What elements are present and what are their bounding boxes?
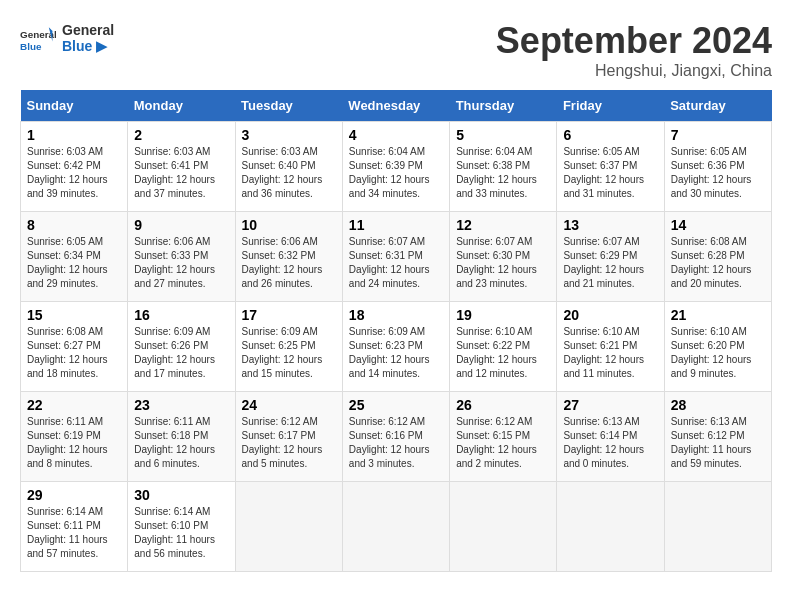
day-number: 20 — [563, 307, 657, 323]
day-number: 19 — [456, 307, 550, 323]
day-info: Sunrise: 6:13 AM Sunset: 6:12 PM Dayligh… — [671, 415, 765, 471]
day-number: 11 — [349, 217, 443, 233]
day-number: 23 — [134, 397, 228, 413]
calendar-day-13: 13 Sunrise: 6:07 AM Sunset: 6:29 PM Dayl… — [557, 212, 664, 302]
weekday-header-row: Sunday Monday Tuesday Wednesday Thursday… — [21, 90, 772, 122]
calendar-day-19: 19 Sunrise: 6:10 AM Sunset: 6:22 PM Dayl… — [450, 302, 557, 392]
empty-cell — [557, 482, 664, 572]
calendar-week-3: 15 Sunrise: 6:08 AM Sunset: 6:27 PM Dayl… — [21, 302, 772, 392]
calendar-day-28: 28 Sunrise: 6:13 AM Sunset: 6:12 PM Dayl… — [664, 392, 771, 482]
calendar-day-23: 23 Sunrise: 6:11 AM Sunset: 6:18 PM Dayl… — [128, 392, 235, 482]
logo: General Blue General Blue ▶ — [20, 20, 114, 56]
day-info: Sunrise: 6:08 AM Sunset: 6:28 PM Dayligh… — [671, 235, 765, 291]
day-info: Sunrise: 6:06 AM Sunset: 6:33 PM Dayligh… — [134, 235, 228, 291]
day-number: 18 — [349, 307, 443, 323]
day-number: 27 — [563, 397, 657, 413]
day-info: Sunrise: 6:08 AM Sunset: 6:27 PM Dayligh… — [27, 325, 121, 381]
header-monday: Monday — [128, 90, 235, 122]
header-friday: Friday — [557, 90, 664, 122]
day-number: 24 — [242, 397, 336, 413]
page-header: General Blue General Blue ▶ September 20… — [20, 20, 772, 80]
day-number: 15 — [27, 307, 121, 323]
day-number: 29 — [27, 487, 121, 503]
calendar-body: 1 Sunrise: 6:03 AM Sunset: 6:42 PM Dayli… — [21, 122, 772, 572]
calendar-day-2: 2 Sunrise: 6:03 AM Sunset: 6:41 PM Dayli… — [128, 122, 235, 212]
day-number: 7 — [671, 127, 765, 143]
calendar-week-4: 22 Sunrise: 6:11 AM Sunset: 6:19 PM Dayl… — [21, 392, 772, 482]
day-number: 3 — [242, 127, 336, 143]
calendar-day-7: 7 Sunrise: 6:05 AM Sunset: 6:36 PM Dayli… — [664, 122, 771, 212]
month-title: September 2024 — [496, 20, 772, 62]
calendar-day-5: 5 Sunrise: 6:04 AM Sunset: 6:38 PM Dayli… — [450, 122, 557, 212]
day-info: Sunrise: 6:05 AM Sunset: 6:34 PM Dayligh… — [27, 235, 121, 291]
day-info: Sunrise: 6:04 AM Sunset: 6:39 PM Dayligh… — [349, 145, 443, 201]
day-number: 2 — [134, 127, 228, 143]
day-info: Sunrise: 6:09 AM Sunset: 6:26 PM Dayligh… — [134, 325, 228, 381]
calendar-day-22: 22 Sunrise: 6:11 AM Sunset: 6:19 PM Dayl… — [21, 392, 128, 482]
day-info: Sunrise: 6:07 AM Sunset: 6:30 PM Dayligh… — [456, 235, 550, 291]
day-info: Sunrise: 6:04 AM Sunset: 6:38 PM Dayligh… — [456, 145, 550, 201]
day-number: 8 — [27, 217, 121, 233]
day-number: 21 — [671, 307, 765, 323]
day-info: Sunrise: 6:14 AM Sunset: 6:11 PM Dayligh… — [27, 505, 121, 561]
day-number: 9 — [134, 217, 228, 233]
day-number: 14 — [671, 217, 765, 233]
day-info: Sunrise: 6:12 AM Sunset: 6:15 PM Dayligh… — [456, 415, 550, 471]
calendar-day-24: 24 Sunrise: 6:12 AM Sunset: 6:17 PM Dayl… — [235, 392, 342, 482]
day-number: 22 — [27, 397, 121, 413]
day-number: 12 — [456, 217, 550, 233]
logo-general: General — [62, 22, 114, 38]
calendar-day-17: 17 Sunrise: 6:09 AM Sunset: 6:25 PM Dayl… — [235, 302, 342, 392]
title-section: September 2024 Hengshui, Jiangxi, China — [496, 20, 772, 80]
day-info: Sunrise: 6:05 AM Sunset: 6:37 PM Dayligh… — [563, 145, 657, 201]
calendar-table: Sunday Monday Tuesday Wednesday Thursday… — [20, 90, 772, 572]
day-number: 26 — [456, 397, 550, 413]
day-number: 28 — [671, 397, 765, 413]
calendar-day-15: 15 Sunrise: 6:08 AM Sunset: 6:27 PM Dayl… — [21, 302, 128, 392]
calendar-day-14: 14 Sunrise: 6:08 AM Sunset: 6:28 PM Dayl… — [664, 212, 771, 302]
calendar-day-8: 8 Sunrise: 6:05 AM Sunset: 6:34 PM Dayli… — [21, 212, 128, 302]
header-sunday: Sunday — [21, 90, 128, 122]
day-number: 13 — [563, 217, 657, 233]
svg-text:Blue: Blue — [20, 41, 42, 52]
day-info: Sunrise: 6:03 AM Sunset: 6:41 PM Dayligh… — [134, 145, 228, 201]
calendar-day-21: 21 Sunrise: 6:10 AM Sunset: 6:20 PM Dayl… — [664, 302, 771, 392]
header-saturday: Saturday — [664, 90, 771, 122]
day-info: Sunrise: 6:03 AM Sunset: 6:42 PM Dayligh… — [27, 145, 121, 201]
day-number: 25 — [349, 397, 443, 413]
calendar-week-2: 8 Sunrise: 6:05 AM Sunset: 6:34 PM Dayli… — [21, 212, 772, 302]
logo-icon: General Blue — [20, 20, 56, 56]
day-info: Sunrise: 6:10 AM Sunset: 6:21 PM Dayligh… — [563, 325, 657, 381]
day-info: Sunrise: 6:10 AM Sunset: 6:22 PM Dayligh… — [456, 325, 550, 381]
day-info: Sunrise: 6:12 AM Sunset: 6:17 PM Dayligh… — [242, 415, 336, 471]
day-number: 5 — [456, 127, 550, 143]
day-info: Sunrise: 6:11 AM Sunset: 6:18 PM Dayligh… — [134, 415, 228, 471]
day-number: 30 — [134, 487, 228, 503]
calendar-day-9: 9 Sunrise: 6:06 AM Sunset: 6:33 PM Dayli… — [128, 212, 235, 302]
empty-cell — [342, 482, 449, 572]
day-number: 4 — [349, 127, 443, 143]
calendar-week-1: 1 Sunrise: 6:03 AM Sunset: 6:42 PM Dayli… — [21, 122, 772, 212]
day-info: Sunrise: 6:05 AM Sunset: 6:36 PM Dayligh… — [671, 145, 765, 201]
day-info: Sunrise: 6:11 AM Sunset: 6:19 PM Dayligh… — [27, 415, 121, 471]
calendar-week-5: 29 Sunrise: 6:14 AM Sunset: 6:11 PM Dayl… — [21, 482, 772, 572]
day-info: Sunrise: 6:09 AM Sunset: 6:25 PM Dayligh… — [242, 325, 336, 381]
calendar-day-18: 18 Sunrise: 6:09 AM Sunset: 6:23 PM Dayl… — [342, 302, 449, 392]
calendar-day-16: 16 Sunrise: 6:09 AM Sunset: 6:26 PM Dayl… — [128, 302, 235, 392]
calendar-day-3: 3 Sunrise: 6:03 AM Sunset: 6:40 PM Dayli… — [235, 122, 342, 212]
calendar-day-12: 12 Sunrise: 6:07 AM Sunset: 6:30 PM Dayl… — [450, 212, 557, 302]
day-info: Sunrise: 6:09 AM Sunset: 6:23 PM Dayligh… — [349, 325, 443, 381]
day-number: 17 — [242, 307, 336, 323]
calendar-day-11: 11 Sunrise: 6:07 AM Sunset: 6:31 PM Dayl… — [342, 212, 449, 302]
header-thursday: Thursday — [450, 90, 557, 122]
day-number: 10 — [242, 217, 336, 233]
day-info: Sunrise: 6:10 AM Sunset: 6:20 PM Dayligh… — [671, 325, 765, 381]
empty-cell — [450, 482, 557, 572]
calendar-day-26: 26 Sunrise: 6:12 AM Sunset: 6:15 PM Dayl… — [450, 392, 557, 482]
empty-cell — [235, 482, 342, 572]
calendar-day-6: 6 Sunrise: 6:05 AM Sunset: 6:37 PM Dayli… — [557, 122, 664, 212]
day-info: Sunrise: 6:13 AM Sunset: 6:14 PM Dayligh… — [563, 415, 657, 471]
location: Hengshui, Jiangxi, China — [496, 62, 772, 80]
day-info: Sunrise: 6:14 AM Sunset: 6:10 PM Dayligh… — [134, 505, 228, 561]
calendar-day-30: 30 Sunrise: 6:14 AM Sunset: 6:10 PM Dayl… — [128, 482, 235, 572]
